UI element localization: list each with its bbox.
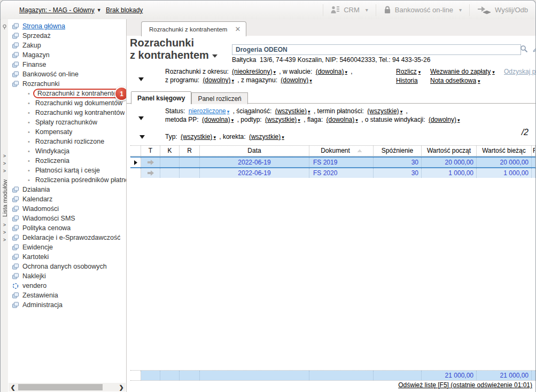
sidebar-item-rozrachunki-rozliczone[interactable]: •Rozrachunki rozliczone — [8, 137, 126, 146]
filters-expander-icon[interactable] — [138, 77, 144, 81]
table-row[interactable]: 2022-06-19 FS 2020 30 1 000,00 1 000,00 — [130, 168, 535, 178]
sidebar-item-rozrachunki-wg-dokumentow[interactable]: •Rozrachunki wg dokumentów — [8, 98, 126, 108]
sidebar-item-ewidencje[interactable]: Ewidencje — [8, 242, 126, 252]
rail-chevron-icon[interactable]: > — [3, 161, 6, 166]
labels-icon — [12, 273, 19, 280]
sidebar-item-administracja[interactable]: Administracja — [8, 300, 126, 310]
column-header-r[interactable]: R — [180, 146, 200, 156]
korekta-dropdown[interactable]: (wszystkie) — [249, 133, 284, 140]
column-header-k[interactable]: K — [160, 146, 180, 156]
brak-blokady-link[interactable]: Brak blokady — [106, 6, 143, 14]
column-header-wartosc-biezaca[interactable]: Wartość bieżąc — [477, 146, 532, 156]
column-header-t[interactable]: T — [141, 146, 160, 156]
status-filters-expander-icon[interactable] — [138, 116, 144, 120]
refresh-list-link[interactable]: Odśwież listę [F5] (ostatnie odświeżenie… — [398, 381, 532, 389]
sidebar-item-sprzedaz[interactable]: Sprzedaż — [8, 31, 126, 41]
typ-dropdown[interactable]: (wszystkie) — [181, 133, 216, 140]
scroll-left-icon[interactable]: ❮ — [9, 384, 17, 391]
status-dropdown[interactable]: nierozliczone — [189, 107, 230, 115]
contractor-input[interactable]: Drogeria ODEON — [232, 44, 521, 55]
wezwanie-do-zaplaty-menu-button[interactable]: Wezwanie do zapłaty — [430, 68, 495, 75]
sidebar-item-windykacja[interactable]: •Windykacja — [8, 146, 126, 156]
sidebar-item-zestawienia[interactable]: Zestawienia — [8, 291, 126, 300]
modules-list: Strona główna Sprzedaż Zakup Magazyn Fin… — [8, 19, 126, 310]
sidebar-item-vendero[interactable]: vendero — [8, 281, 126, 291]
odzyskaj-pieniadze-link[interactable]: Odzyskaj pieni — [504, 68, 535, 75]
sidebar-item-naklejki[interactable]: Naklejki — [8, 271, 126, 281]
sidebar-item-rozrachunki-z-kontrahentem[interactable]: •Rozrachunki z kontrahentem1 — [8, 89, 126, 98]
table-row[interactable]: 2022-06-19 FS 2019 30 20 000,00 20 000,0… — [130, 156, 535, 168]
tab-panel-rozliczen[interactable]: Panel rozliczeń — [191, 92, 247, 104]
okres-dropdown[interactable]: (nieokreślony) — [232, 68, 276, 75]
sidebar-item-label: Rozrachunki rozliczone — [35, 138, 104, 145]
close-icon[interactable]: ✕ — [235, 26, 240, 33]
column-header-dokument[interactable]: Dokument — [309, 146, 374, 156]
column-header-spoznienie[interactable]: Spóźnienie — [374, 146, 422, 156]
sidebar-item-platnosci-karta-i-cesje[interactable]: •Płatności kartą i cesje — [8, 166, 126, 175]
sidebar-horizontal-scrollbar[interactable]: ❮ ❯ — [9, 383, 126, 391]
sidebar-item-splaty-rozrachunkow[interactable]: •Spłaty rozrachunków — [8, 117, 126, 127]
type-filter-expander-icon[interactable] — [139, 135, 145, 139]
sidebar-item-dzialania[interactable]: Działania — [8, 185, 126, 194]
column-header-wartosc-poczatkowa[interactable]: Wartość począt — [422, 146, 477, 156]
modules-sidebar: Strona główna Sprzedaż Zakup Magazyn Fin… — [8, 19, 127, 392]
sidebar-item-polityka-cenowa[interactable]: Polityka cenowa — [8, 223, 126, 233]
rail-chevron-icon[interactable]: > — [3, 230, 6, 235]
sidebar-item-label: Działania — [22, 186, 50, 193]
waluta-label: , w walucie: — [279, 68, 312, 75]
termin-platnosci-dropdown[interactable]: (wszystkie) — [367, 107, 402, 115]
sidebar-item-rozliczenia-posrednikow[interactable]: •Rozliczenia pośredników płatno — [8, 175, 126, 185]
scrollbar-thumb[interactable] — [18, 384, 103, 390]
typ-label: Typ: — [165, 133, 177, 140]
sidebar-item-ochrona-danych[interactable]: Ochrona danych osobowych — [8, 262, 126, 271]
program-dropdown[interactable]: (dowolny) — [203, 76, 234, 84]
metoda-pp-label: metoda PP: — [165, 116, 199, 123]
metoda-pp-dropdown[interactable]: (dowolna) — [202, 116, 234, 123]
crm-menu[interactable]: CRM ▾ — [323, 4, 376, 16]
settlements-icon — [12, 81, 19, 88]
windykacja-dropdown[interactable]: (dowolny) — [429, 116, 460, 123]
rail-chevron-icon[interactable]: > — [3, 223, 6, 228]
sidebar-item-kalendarz[interactable]: Kalendarz — [8, 194, 126, 204]
magazyn-filter-dropdown[interactable]: (dowolny) — [281, 76, 312, 84]
sidebar-item-label: Windykacja — [35, 147, 69, 155]
pin-icon[interactable] — [2, 22, 7, 32]
sidebar-item-bankowosc-online[interactable]: Bankowość on-line — [8, 69, 126, 79]
scroll-right-icon[interactable]: ❯ — [117, 384, 126, 391]
status-filters: Status: nierozliczone , ściągalność: (ws… — [165, 107, 461, 124]
sidebar-item-rozrachunki[interactable]: Rozrachunki — [8, 79, 126, 89]
flaga-dropdown[interactable]: (dowolna) — [327, 116, 358, 123]
historia-link[interactable]: Historia — [396, 77, 420, 84]
rail-chevron-icon[interactable]: > — [3, 238, 6, 242]
rail-chevron-icon[interactable]: > — [3, 169, 6, 174]
sidebar-item-zakup[interactable]: Zakup — [8, 41, 126, 50]
wyslij-odbierz-button[interactable]: Wyślij/Odb — [469, 4, 535, 16]
bullet-icon: • — [28, 148, 32, 154]
nota-odsetkowa-menu-button[interactable]: Nota odsetkowa — [430, 77, 480, 84]
waluta-dropdown[interactable]: (dowolna) — [316, 68, 347, 75]
sidebar-item-kompensaty[interactable]: •Kompensaty — [8, 127, 126, 137]
column-header-f[interactable]: F — [532, 146, 535, 156]
sidebar-item-rozrachunki-wg-kontrahentow[interactable]: •Rozrachunki wg kontrahentów — [8, 108, 126, 117]
sidebar-item-magazyn[interactable]: Magazyn — [8, 50, 126, 60]
bankowosc-menu[interactable]: Bankowość on-line ▾ — [376, 4, 469, 16]
podtyp-dropdown[interactable]: (wszystkie) — [265, 116, 300, 123]
rail-chevron-icon[interactable]: > — [3, 154, 6, 159]
sciagalnosc-dropdown[interactable]: (wszystkie) — [275, 107, 310, 115]
sidebar-item-strona-glowna[interactable]: Strona główna — [8, 21, 126, 31]
sidebar-item-rozliczenia[interactable]: •Rozliczenia — [8, 156, 126, 166]
column-header-data[interactable]: Data — [200, 146, 309, 156]
edit-pencil-icon[interactable] — [532, 45, 535, 55]
search-icon[interactable] — [520, 45, 528, 55]
title-dropdown-icon[interactable] — [212, 54, 217, 58]
rozlicz-menu-button[interactable]: Rozlicz — [396, 68, 421, 75]
sidebar-item-finanse[interactable]: Finanse — [8, 60, 126, 69]
page-title-line1: Rozrachunki — [130, 37, 217, 49]
tab-rozrachunki-z-kontrahentem[interactable]: Rozrachunki z kontrahentem ✕ — [141, 21, 246, 36]
tab-panel-ksiegowy[interactable]: Panel księgowy — [131, 91, 191, 104]
magazyn-selector[interactable]: Magazyn: - MAG - Główny▼ — [19, 6, 102, 14]
sidebar-item-wiadomosci[interactable]: Wiadomości — [8, 204, 126, 214]
sidebar-item-wiadomosci-sms[interactable]: Wiadomości SMS — [8, 214, 126, 223]
sidebar-item-kartoteki[interactable]: Kartoteki — [8, 252, 126, 262]
sidebar-item-deklaracje[interactable]: Deklaracje i e-Sprawozdawczość — [8, 233, 126, 242]
